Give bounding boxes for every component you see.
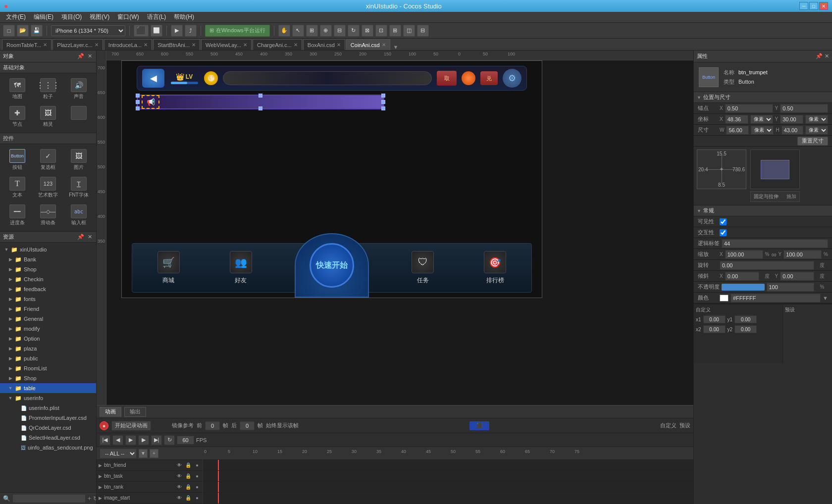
menu-file[interactable]: 文件(E) — [2, 12, 30, 22]
add-resource-icon[interactable]: + — [88, 495, 91, 502]
color-input[interactable] — [730, 294, 821, 302]
tool-8[interactable]: ⊟ — [417, 25, 429, 37]
panel-pin-icon[interactable]: 📌 — [77, 53, 84, 60]
color-swatch[interactable] — [720, 295, 728, 302]
play-pause-btn[interactable]: ▶ — [125, 435, 136, 445]
new-button[interactable]: □ — [3, 25, 15, 37]
props-pin-icon[interactable]: 📌 — [816, 53, 823, 59]
track-eye-btn-friend[interactable]: 👁 — [176, 462, 183, 469]
tree-friend[interactable]: ▶ 📁 Friend — [0, 304, 96, 314]
friends-nav-button[interactable]: 👥 好友 — [230, 251, 252, 285]
resize-handle-tr[interactable] — [381, 94, 385, 98]
widget-image[interactable]: 🖼 图片 — [64, 147, 93, 173]
trumpet-notification-bar[interactable]: 📢 — [137, 95, 384, 109]
visible-checkbox[interactable] — [720, 218, 727, 225]
tab-webview[interactable]: WebViewLay... ✕ — [201, 39, 252, 50]
tab-close-plazz[interactable]: ✕ — [95, 42, 99, 48]
size-w-input[interactable] — [726, 126, 749, 135]
resources-close-icon[interactable]: ✕ — [86, 234, 93, 241]
tool-6[interactable]: ⊞ — [389, 25, 401, 37]
tree-fonts[interactable]: ▶ 📁 fonts — [0, 294, 96, 304]
widget-progress[interactable]: ━━ 进度条 — [3, 202, 32, 228]
take-button[interactable]: 取 — [437, 71, 457, 86]
tag-input[interactable] — [722, 239, 828, 248]
widget-text[interactable]: T 文本 — [3, 175, 32, 201]
hand-tool[interactable]: ✋ — [278, 25, 290, 37]
tabs-overflow[interactable]: ▼ — [393, 44, 399, 50]
tree-general[interactable]: ▶ 📁 General — [0, 314, 96, 324]
tab-close-introduce[interactable]: ✕ — [144, 42, 148, 48]
widget-particle[interactable]: ⋮⋮⋮ 粒子 — [34, 76, 62, 102]
cursor-tool[interactable]: ↖ — [292, 25, 304, 37]
output-tab[interactable]: 输出 — [124, 407, 146, 417]
rotate-tool[interactable]: ↻ — [348, 25, 360, 37]
device-selector[interactable]: iPhone 6 (1334 * 750) — [51, 25, 125, 36]
track-lock-btn-rank[interactable]: 🔒 — [185, 484, 192, 491]
rank-nav-button[interactable]: 🎯 排行榜 — [484, 251, 506, 285]
resources-search-input[interactable] — [12, 494, 86, 503]
menu-project[interactable]: 项目(O) — [57, 12, 86, 22]
track-image-start[interactable]: ▶ image_start 👁 🔒 ● — [97, 493, 203, 504]
tab-charge[interactable]: ChargeAni.c... ✕ — [253, 39, 302, 50]
tree-userinfo-plist[interactable]: ▶ 📄 userinfo.plist — [0, 403, 96, 413]
tab-close-room-table[interactable]: ✕ — [43, 42, 47, 48]
panel-close-icon[interactable]: ✕ — [86, 53, 93, 60]
x2-input[interactable] — [703, 325, 726, 333]
minimize-button[interactable]: ─ — [799, 2, 808, 10]
filter-button[interactable]: ▼ — [139, 449, 148, 458]
tree-plaza[interactable]: ▶ 📁 plaza — [0, 344, 96, 353]
tab-close-webview[interactable]: ✕ — [243, 42, 247, 48]
run-button[interactable]: ⊞ 在Windows平台运行 — [205, 25, 270, 37]
toolbar-btn-1[interactable]: ⬛ — [134, 25, 149, 37]
resize-handle-br[interactable] — [381, 106, 385, 110]
move-tool[interactable]: ⊕ — [320, 25, 332, 37]
tree-uinfo-atlas[interactable]: ▶ 🖼 uinfo_atlas_sendcount.png — [0, 443, 96, 453]
pos-y-unit[interactable]: 像素 — [805, 115, 828, 124]
widget-input[interactable]: abc 输入框 — [64, 202, 93, 228]
opacity-slider[interactable] — [722, 284, 765, 291]
tab-close-box[interactable]: ✕ — [337, 42, 341, 48]
resize-handle-tl[interactable] — [136, 94, 140, 98]
back-button[interactable]: ◀ — [142, 69, 164, 88]
tab-start-btn[interactable]: StartBtnAni... ✕ — [153, 39, 200, 50]
save-button[interactable]: 💾 — [31, 25, 43, 37]
playhead-marker[interactable]: ⬛ — [469, 421, 489, 430]
tab-plazz-layer[interactable]: PlazzLayer.c... ✕ — [52, 39, 103, 50]
widget-checkbox[interactable]: ✓ 复选框 — [34, 147, 62, 173]
pos-y-input[interactable] — [780, 115, 803, 124]
menu-edit[interactable]: 编辑(E) — [30, 12, 57, 22]
exchange-button[interactable]: 兑 — [480, 71, 498, 85]
tree-public[interactable]: ▶ 📁 public — [0, 353, 96, 363]
play-button[interactable]: ▶ — [171, 25, 183, 37]
settings-button[interactable]: ⚙ — [503, 69, 521, 88]
tree-userinfo[interactable]: ▼ 📁 userinfo — [0, 393, 96, 403]
quick-start-button[interactable]: 快速开始 — [295, 233, 369, 298]
goto-end-btn[interactable]: ▶| — [151, 435, 162, 445]
anchor-x-input[interactable] — [725, 104, 773, 113]
maximize-button[interactable]: □ — [809, 2, 818, 10]
tree-shop2[interactable]: ▶ 📁 Shop — [0, 373, 96, 383]
track-btn-rank[interactable]: ▶ btn_rank 👁 🔒 ● — [97, 482, 203, 493]
tab-room-table[interactable]: RoomTableT... ✕ — [2, 39, 52, 50]
tree-shop[interactable]: ▶ 📁 Shop — [0, 264, 96, 274]
tool-7[interactable]: ◫ — [403, 25, 415, 37]
track-eye-btn-rank[interactable]: 👁 — [176, 484, 183, 491]
prev-frame-btn[interactable]: ◀ — [112, 435, 123, 445]
toolbar-btn-3[interactable]: ⤴ — [185, 25, 197, 37]
controls-section[interactable]: 控件 — [0, 133, 96, 144]
interactive-checkbox[interactable] — [720, 229, 727, 236]
tree-table[interactable]: ▼ 📁 table — [0, 383, 96, 393]
pos-x-unit[interactable]: 像素 — [750, 115, 773, 124]
tree-modify[interactable]: ▶ 📁 modify — [0, 324, 96, 334]
tab-close-coin[interactable]: ✕ — [382, 42, 386, 48]
color-dropdown-icon[interactable]: ▼ — [823, 295, 828, 301]
track-add-image-start[interactable]: ● — [194, 495, 201, 502]
loop-btn[interactable]: ↻ — [164, 435, 175, 445]
tab-box-ani[interactable]: BoxAni.csd ✕ — [303, 39, 345, 50]
tab-introduce[interactable]: IntroduceLa... ✕ — [104, 39, 152, 50]
goto-start-btn[interactable]: |◀ — [100, 435, 110, 445]
track-btn-friend[interactable]: ▶ btn_friend 👁 🔒 ● — [97, 460, 203, 471]
menu-view[interactable]: 视图(V) — [86, 12, 113, 22]
track-add-btn-task[interactable]: ● — [194, 473, 201, 480]
toolbar-btn-2[interactable]: ⬜ — [151, 25, 162, 37]
